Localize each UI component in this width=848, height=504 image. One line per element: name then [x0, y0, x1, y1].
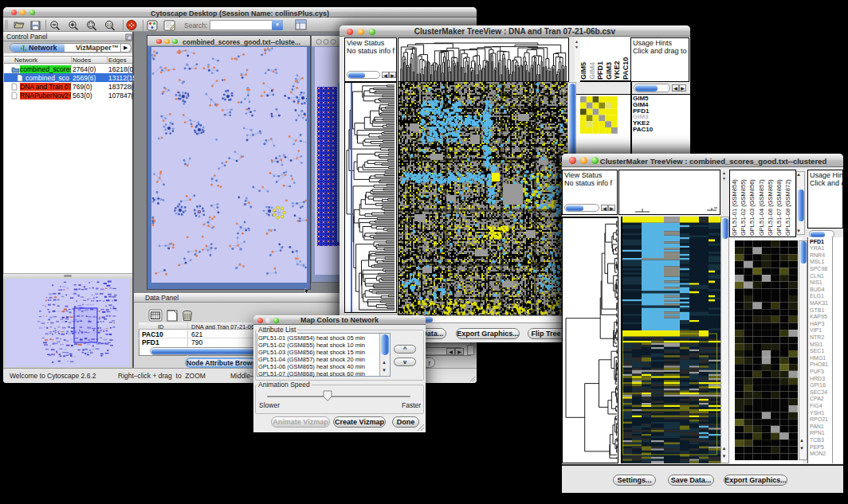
svg-text:GIM5: GIM5 [580, 62, 587, 80]
svg-text:GPL51-04 (GSM857): GPL51-04 (GSM857) [758, 179, 765, 236]
svg-text:GIM4: GIM4 [588, 62, 596, 80]
svg-text:GPL51-02 (GSM855): GPL51-02 (GSM855) [740, 179, 747, 236]
svg-text:GPL51-01 (GSM854): GPL51-01 (GSM854) [731, 179, 738, 236]
svg-text:1:1: 1:1 [107, 22, 112, 27]
svg-text:GPL51-08 (GSM872): GPL51-08 (GSM872) [784, 179, 791, 236]
svg-text:GPL51-03 (GSM856): GPL51-03 (GSM856) [748, 179, 756, 236]
svg-text:GPL51-07 (GSM868): GPL51-07 (GSM868) [775, 179, 783, 236]
svg-text:YKE2: YKE2 [613, 61, 621, 80]
svg-text:GIM3: GIM3 [605, 62, 613, 80]
svg-text:Search:: Search: [184, 21, 207, 29]
svg-text:PAC10: PAC10 [622, 57, 630, 80]
svg-text:GPL51-06 (GSM865): GPL51-06 (GSM865) [767, 179, 774, 236]
svg-text:PFD1: PFD1 [596, 61, 604, 80]
